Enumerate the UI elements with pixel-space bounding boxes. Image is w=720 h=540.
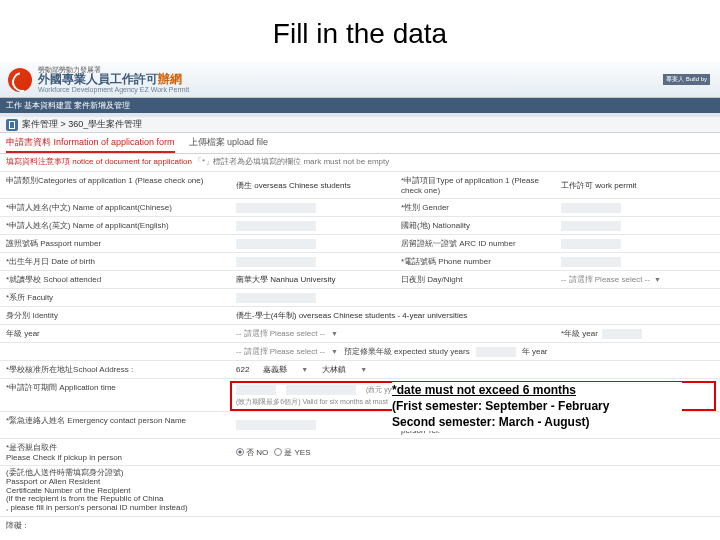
banner-credit: 專案人 Build by	[663, 74, 710, 85]
input-emerg-name[interactable]	[236, 420, 316, 430]
input-passport[interactable]	[236, 239, 316, 249]
label-identity: 身分別 Identity	[0, 307, 230, 324]
notice: 填寫資料注意事項 notice of document for applicat…	[0, 154, 720, 169]
page-title: Fill in the data	[0, 18, 720, 50]
label-name-en: *申請人姓名(英文) Name of applicant(English)	[0, 217, 230, 234]
label-expected: 預定修業年級 expected study years	[344, 346, 470, 357]
section-title: 案件管理 > 360_學生案件管理	[22, 118, 142, 131]
input-date-from[interactable]	[286, 385, 356, 395]
tab-upload-file[interactable]: 上傳檔案 upload file	[189, 136, 269, 153]
addr-county: 嘉義縣	[263, 364, 287, 375]
banner-main-2: 辦網	[158, 72, 182, 86]
label-type: *申請項目Type of application 1 (Please check…	[395, 172, 555, 198]
chevron-down-icon: ▼	[654, 276, 661, 283]
notice-b: 「*」標註者為必填填寫的欄位 mark must not be empty	[194, 157, 389, 166]
label-address: *學校核准所在地址School Address :	[0, 361, 230, 378]
input-nationality[interactable]	[561, 221, 621, 231]
value-school: 南華大學 Nanhua University	[236, 274, 336, 285]
form: 申請類別Categories of application 1 (Please …	[0, 169, 720, 536]
label-nationality: 國籍(地) Nationality	[395, 217, 555, 234]
label-year2: *年級 year	[561, 328, 598, 339]
notice-a: 填寫資料注意事項 notice of document for applicat…	[6, 157, 192, 166]
tab-row: 申請書資料 Information of application form 上傳…	[0, 133, 720, 154]
input-expected[interactable]	[476, 347, 516, 357]
label-faculty: *系所 Faculty	[0, 289, 230, 306]
note-line-2: (Frist semester: September - February	[392, 399, 609, 413]
label-passport: 護照號碼 Passport number	[0, 235, 230, 252]
label-year: 年級 year	[0, 325, 230, 342]
top-menu: 工作 基本資料建置 案件新增及管理	[0, 98, 720, 113]
select-year[interactable]: 請選擇 Please select	[236, 328, 325, 339]
input-name-en[interactable]	[236, 221, 316, 231]
label-dob: *出生年月日 Date of birth	[0, 253, 230, 270]
value-category: 僑生 overseas Chinese students	[236, 180, 351, 191]
annotation-note: *date must not exceed 6 months (Frist se…	[392, 382, 682, 431]
section-bar: 案件管理 > 360_學生案件管理	[0, 117, 720, 133]
note-line-3: Second semester: March - August)	[392, 415, 590, 429]
chevron-down-icon: ▼	[331, 348, 338, 355]
radio-yes[interactable]: 是 YES	[274, 447, 310, 458]
label-app-time: *申請許可期間 Application time	[0, 379, 230, 411]
value-identity: 僑生-學士(4年制) overseas Chinese students - 4…	[236, 310, 467, 321]
banner-main: 外國專業人員工作許可辦網	[38, 73, 189, 86]
label-name-ch: *申請人姓名(中文) Name of applicant(Chinese)	[0, 199, 230, 216]
chevron-down-icon: ▼	[331, 330, 338, 337]
label-category: 申請類別Categories of application 1 (Please …	[0, 172, 230, 198]
select-expected[interactable]: 請選擇 Please select	[236, 346, 325, 357]
label-phone: *電話號碼 Phone number	[395, 253, 555, 270]
label-school: *就讀學校 School attended	[0, 271, 230, 288]
list-icon	[6, 119, 18, 131]
chevron-down-icon: ▼	[360, 366, 367, 373]
banner: 勞動部勞動力發展署 外國專業人員工作許可辦網 Workforce Develop…	[0, 62, 720, 98]
input-arc[interactable]	[561, 239, 621, 249]
label-recipient-id: (委託他人送件時需填寫身分證號) Passport or Alien Resid…	[0, 466, 230, 516]
label-gender: *性別 Gender	[395, 199, 555, 216]
addr-zip: 622	[236, 365, 249, 374]
banner-en: Workforce Development Agency EZ Work Per…	[38, 86, 189, 93]
label-remark: 障礙 :	[0, 517, 230, 534]
select-daynight[interactable]: 請選擇 Please select	[561, 274, 650, 285]
input-faculty[interactable]	[236, 293, 316, 303]
banner-main-1: 外國專業人員工作許可	[38, 72, 158, 86]
tab-application-info[interactable]: 申請書資料 Information of application form	[6, 136, 175, 153]
label-pickup: *是否親自取件 Please Check if pickup in person	[0, 439, 230, 465]
input-name-ch[interactable]	[236, 203, 316, 213]
radio-no[interactable]: 否 NO	[236, 447, 268, 458]
input-gender[interactable]	[561, 203, 621, 213]
chevron-down-icon: ▼	[301, 366, 308, 373]
label-arc: 居留證統一證號 ARC ID number	[395, 235, 555, 252]
value-type: 工作許可 work permit	[561, 180, 637, 191]
label-emerg-name: *緊急連絡人姓名 Emergency contact person Name	[0, 412, 230, 438]
label-daynight: 日夜別 Day/Night	[395, 271, 555, 288]
input-addr-detail[interactable]	[236, 385, 276, 395]
label-year-unit: 年 year	[522, 346, 548, 357]
logo-icon	[8, 68, 32, 92]
input-phone[interactable]	[561, 257, 621, 267]
input-dob[interactable]	[236, 257, 316, 267]
date-valid-hint: (效力期限最多6個月) Valid for six months at most	[236, 397, 388, 407]
addr-town: 大林鎮	[322, 364, 346, 375]
note-line-1: *date must not exceed 6 months	[392, 383, 576, 397]
input-year2[interactable]	[602, 329, 642, 339]
